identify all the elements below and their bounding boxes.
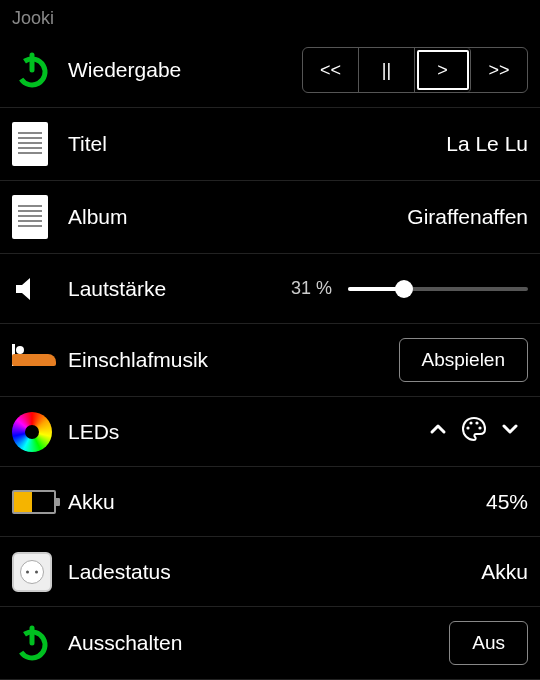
title-row: Titel La Le Lu bbox=[0, 108, 540, 181]
album-row: Album Giraffenaffen bbox=[0, 181, 540, 254]
bed-icon bbox=[12, 350, 68, 370]
svg-point-3 bbox=[466, 426, 469, 429]
battery-row: Akku 45% bbox=[0, 467, 540, 537]
svg-marker-2 bbox=[16, 278, 30, 300]
power-row: Ausschalten Aus bbox=[0, 607, 540, 680]
playback-row: Wiedergabe << || > >> bbox=[0, 33, 540, 108]
title-value: La Le Lu bbox=[446, 132, 528, 156]
sleep-label: Einschlafmusik bbox=[68, 348, 208, 372]
chevron-down-icon[interactable] bbox=[492, 419, 528, 445]
charge-label: Ladestatus bbox=[68, 560, 171, 584]
speaker-icon bbox=[12, 273, 68, 305]
pause-button[interactable]: || bbox=[359, 48, 415, 92]
volume-slider[interactable] bbox=[348, 287, 528, 291]
album-value: Giraffenaffen bbox=[407, 205, 528, 229]
battery-label: Akku bbox=[68, 490, 115, 514]
outlet-icon bbox=[12, 552, 68, 592]
play-button[interactable]: > bbox=[415, 48, 471, 92]
chevron-up-icon[interactable] bbox=[420, 419, 456, 445]
color-wheel-icon bbox=[12, 412, 68, 452]
sleep-play-button[interactable]: Abspielen bbox=[399, 338, 528, 382]
leds-row: LEDs bbox=[0, 397, 540, 467]
next-button[interactable]: >> bbox=[471, 48, 527, 92]
volume-label: Lautstärke bbox=[68, 277, 166, 301]
leds-label: LEDs bbox=[68, 420, 119, 444]
power-off-button[interactable]: Aus bbox=[449, 621, 528, 665]
playback-label: Wiedergabe bbox=[68, 58, 181, 82]
svg-point-5 bbox=[475, 421, 478, 424]
palette-icon[interactable] bbox=[456, 416, 492, 448]
power-icon bbox=[12, 50, 68, 90]
charge-value: Akku bbox=[481, 560, 528, 584]
power-icon bbox=[12, 623, 68, 663]
sleep-row: Einschlafmusik Abspielen bbox=[0, 324, 540, 397]
transport-controls: << || > >> bbox=[302, 47, 528, 93]
volume-percent: 31 % bbox=[291, 278, 332, 299]
svg-point-6 bbox=[478, 426, 481, 429]
charge-row: Ladestatus Akku bbox=[0, 537, 540, 607]
prev-button[interactable]: << bbox=[303, 48, 359, 92]
document-icon bbox=[12, 195, 68, 239]
album-label: Album bbox=[68, 205, 128, 229]
volume-row: Lautstärke 31 % bbox=[0, 254, 540, 324]
svg-point-4 bbox=[469, 421, 472, 424]
battery-icon bbox=[12, 490, 68, 514]
document-icon bbox=[12, 122, 68, 166]
battery-value: 45% bbox=[486, 490, 528, 514]
power-label: Ausschalten bbox=[68, 631, 182, 655]
window-title: Jooki bbox=[0, 0, 540, 33]
title-label: Titel bbox=[68, 132, 107, 156]
